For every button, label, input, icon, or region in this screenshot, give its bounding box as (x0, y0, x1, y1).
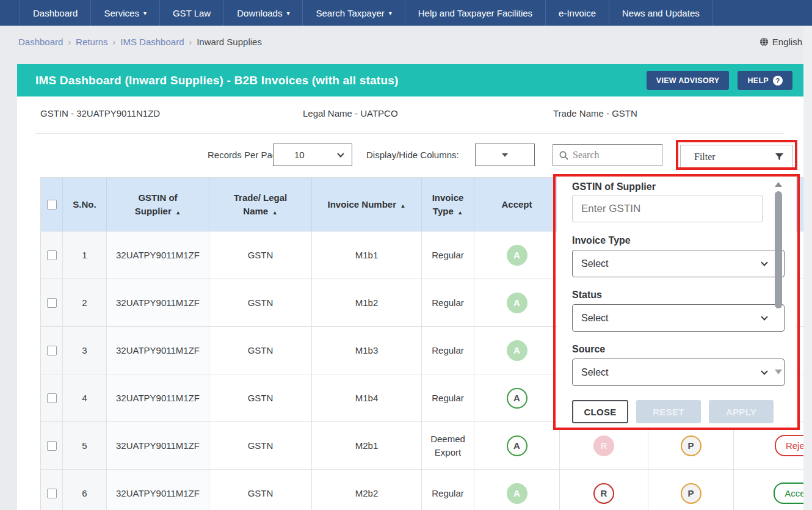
divider (35, 133, 784, 134)
row-checkbox[interactable] (47, 298, 57, 308)
search-icon (559, 151, 568, 160)
cell-sno: 3 (63, 327, 107, 374)
cell-invoice-number: M2b1 (312, 422, 422, 470)
row-checkbox[interactable] (47, 393, 57, 403)
taxpayer-trade-name: Trade Name - GSTN (553, 108, 637, 118)
column-header-invoice-number[interactable]: Invoice Number ▲ (312, 178, 422, 231)
scroll-up-icon[interactable] (775, 182, 782, 187)
nav-item-gst-law[interactable]: GST Law (160, 0, 224, 26)
nav-item-dashboard[interactable]: Dashboard (20, 0, 91, 26)
search-input[interactable]: Search (553, 144, 662, 166)
column-header-invoice-type[interactable]: Invoice Type ▲ (422, 178, 474, 231)
page-gutter (803, 26, 812, 510)
column-header-label: S.No. (73, 198, 96, 211)
filter-apply-button[interactable]: APPLY (709, 400, 774, 423)
cell-accept: A (474, 327, 560, 374)
column-header-accept: Accept (474, 178, 560, 231)
cell-accept: A (474, 374, 560, 422)
row-checkbox[interactable] (47, 250, 57, 260)
nav-item-e-invoice[interactable]: e-Invoice (546, 0, 609, 26)
filter-button[interactable]: Filter (680, 145, 793, 169)
filter-invoice-type-label: Invoice Type (572, 235, 631, 246)
cell-status: Accepted (734, 470, 812, 510)
cell-status: Rejected (734, 422, 812, 470)
cell-invoice-type: Regular (422, 374, 474, 422)
filter-source-label: Source (572, 344, 605, 355)
nav-item-services[interactable]: Services▾ (91, 0, 160, 26)
cell-gstin: 32UATPY9011M1ZF (107, 279, 209, 327)
column-header-gstin-of-supplier[interactable]: GSTIN of Supplier ▲ (107, 178, 209, 231)
row-checkbox[interactable] (47, 441, 57, 451)
records-per-page-select[interactable]: 10 (273, 144, 352, 166)
cell-accept: A (474, 231, 560, 279)
row-checkbox-cell (41, 231, 63, 279)
cell-gstin: 32UATPY9011M1ZF (107, 327, 209, 374)
cell-reject: R (560, 470, 648, 510)
breadcrumb-link-ims-dashboard[interactable]: IMS Dashboard (120, 37, 184, 47)
cell-invoice-type: Deemed Export (422, 422, 474, 470)
accept-badge[interactable]: A (507, 483, 527, 504)
column-header-trade-legal-name[interactable]: Trade/ Legal Name ▲ (209, 178, 312, 231)
cell-pending: P (648, 422, 734, 470)
sort-asc-icon: ▲ (174, 209, 181, 216)
header-checkbox-cell (41, 178, 63, 231)
accept-badge[interactable]: A (507, 293, 527, 313)
cell-sno: 1 (63, 231, 107, 279)
accept-badge[interactable]: A (507, 340, 527, 361)
view-advisory-button[interactable]: VIEW ADVISORY (647, 71, 730, 90)
cell-trade-name: GSTN (209, 327, 312, 374)
cell-invoice-number: M1b3 (312, 327, 422, 374)
cell-accept: A (474, 422, 560, 470)
cell-sno: 5 (63, 422, 107, 470)
cell-pending: P (648, 470, 734, 510)
breadcrumb-current: Inward Supplies (197, 37, 262, 47)
nav-item-search-taxpayer[interactable]: Search Taxpayer▾ (303, 0, 405, 26)
filter-source-select[interactable]: Select (572, 359, 785, 386)
row-checkbox-cell (41, 279, 63, 327)
column-header-label: Accept (501, 198, 532, 211)
language-selector[interactable]: English (759, 37, 802, 47)
page-title: IMS Dashboard (Inward Supplies) - B2B In… (35, 74, 399, 87)
pending-badge[interactable]: P (681, 483, 701, 504)
cell-invoice-number: M1b4 (312, 374, 422, 422)
breadcrumb-link-dashboard[interactable]: Dashboard (18, 37, 63, 47)
column-header-label: Invoice Type ▲ (430, 191, 466, 218)
accept-badge[interactable]: A (507, 245, 527, 266)
breadcrumb-link-returns[interactable]: Returns (76, 37, 108, 47)
row-checkbox[interactable] (47, 346, 57, 355)
row-checkbox-cell (41, 470, 63, 510)
select-all-checkbox[interactable] (47, 200, 57, 209)
table-row: 532UATPY9011M1ZFGSTNM2b1Deemed ExportARP… (41, 422, 812, 470)
nav-item-news-and-updates[interactable]: News and Updates (609, 0, 713, 26)
reject-badge[interactable]: R (593, 435, 614, 456)
filter-invoice-type-select[interactable]: Select (572, 250, 785, 277)
cell-invoice-type: Regular (422, 279, 474, 327)
accept-badge[interactable]: A (507, 388, 527, 409)
taxpayer-legal-name: Legal Name - UATPCO (303, 108, 398, 118)
row-checkbox[interactable] (47, 489, 57, 498)
accept-badge[interactable]: A (507, 435, 527, 456)
column-header-label: GSTIN of Supplier ▲ (128, 191, 189, 218)
filter-reset-button[interactable]: RESET (636, 400, 701, 423)
filter-gstin-input[interactable] (572, 195, 763, 222)
filter-status-select[interactable]: Select (572, 304, 785, 332)
language-label: English (772, 37, 802, 47)
help-button[interactable]: HELP ? (738, 71, 792, 90)
scrollbar-thumb[interactable] (775, 191, 782, 308)
column-header-s-no-: S.No. (63, 178, 107, 231)
pending-badge[interactable]: P (681, 435, 701, 456)
sort-asc-icon: ▲ (456, 209, 463, 216)
nav-item-help-and-taxpayer-facilities[interactable]: Help and Taxpayer Facilities (405, 0, 546, 26)
column-header-label: Trade/ Legal Name ▲ (228, 191, 292, 218)
filter-close-button[interactable]: CLOSE (572, 400, 628, 423)
row-checkbox-cell (41, 422, 63, 470)
reject-badge[interactable]: R (593, 483, 614, 504)
nav-item-downloads[interactable]: Downloads▾ (224, 0, 303, 26)
cell-accept: A (474, 279, 560, 327)
taxpayer-gstin: GSTIN - 32UATPY9011N1ZD (40, 108, 160, 118)
display-hide-columns-select[interactable] (475, 144, 535, 166)
breadcrumb: Dashboard›Returns›IMS Dashboard›Inward S… (0, 26, 812, 58)
top-nav: DashboardServices▾GST LawDownloads▾Searc… (0, 0, 812, 26)
scroll-down-icon[interactable] (775, 370, 782, 374)
filter-funnel-icon (775, 152, 784, 161)
